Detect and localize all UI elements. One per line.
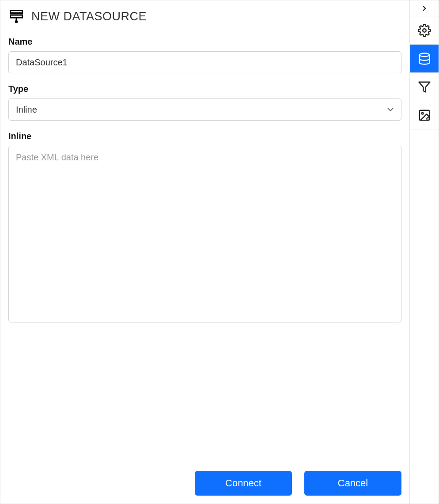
sidebar-item-image[interactable] <box>410 101 439 129</box>
inline-label: Inline <box>8 131 401 141</box>
panel-header: NEW DATASOURCE <box>8 8 401 24</box>
sidebar-item-filter[interactable] <box>410 73 439 101</box>
cancel-button[interactable]: Cancel <box>304 471 401 496</box>
inline-textarea[interactable] <box>8 146 401 322</box>
sidebar-item-data[interactable] <box>410 45 439 73</box>
chevron-right-icon <box>420 4 428 12</box>
name-input[interactable] <box>8 51 401 73</box>
funnel-icon <box>418 80 431 94</box>
type-select-value: Inline <box>16 105 37 115</box>
svg-marker-6 <box>419 82 430 92</box>
svg-point-3 <box>15 21 17 23</box>
datasource-icon <box>8 8 24 24</box>
main-panel: NEW DATASOURCE Name Type Inline Inline C… <box>0 0 409 504</box>
svg-rect-0 <box>11 11 23 13</box>
database-icon <box>418 52 431 65</box>
type-label: Type <box>8 84 401 94</box>
svg-point-8 <box>421 112 423 114</box>
type-select[interactable]: Inline <box>8 99 401 121</box>
svg-point-5 <box>419 53 429 57</box>
right-sidebar <box>409 0 439 504</box>
inline-field-group: Inline <box>8 131 401 324</box>
image-settings-icon <box>418 109 431 122</box>
name-label: Name <box>8 37 401 47</box>
type-field-group: Type Inline <box>8 84 401 121</box>
sidebar-item-settings[interactable] <box>410 16 439 45</box>
panel-title: NEW DATASOURCE <box>31 10 147 23</box>
type-select-wrap: Inline <box>8 99 401 121</box>
svg-point-4 <box>423 29 426 32</box>
sidebar-collapse[interactable] <box>410 0 439 16</box>
footer-bar: Connect Cancel <box>8 461 401 496</box>
svg-rect-1 <box>11 15 23 18</box>
connect-button[interactable]: Connect <box>195 471 292 496</box>
gear-icon <box>418 24 431 37</box>
name-field-group: Name <box>8 37 401 73</box>
